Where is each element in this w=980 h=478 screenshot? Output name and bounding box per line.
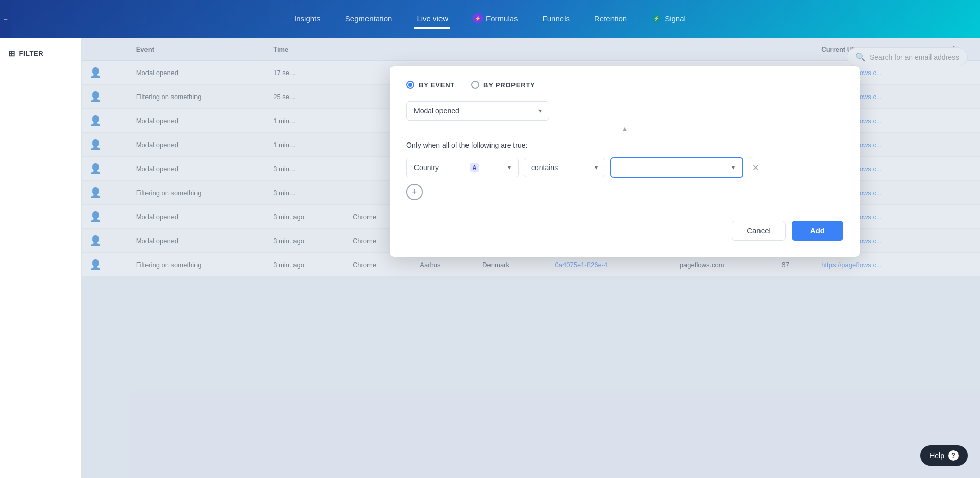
filter-button[interactable]: ⊞ FILTER: [8, 49, 43, 58]
field-select-label: Country: [414, 163, 439, 172]
value-input-chevron: ▾: [732, 164, 735, 171]
tab-segmentation[interactable]: Segmentation: [343, 10, 395, 29]
filter-condition-row: Country A ▾ contains ▾ ▾ ✕: [406, 157, 843, 178]
tab-formulas[interactable]: ⚡ Formulas: [471, 9, 520, 29]
condition-label: Only when all of the following are true:: [406, 141, 843, 149]
by-property-label: BY PROPERTY: [483, 81, 535, 89]
help-button[interactable]: Help ?: [920, 445, 968, 466]
tab-funnels[interactable]: Funnels: [541, 10, 572, 29]
formulas-badge: ⚡: [473, 13, 483, 23]
help-label: Help: [929, 451, 944, 460]
tab-liveview[interactable]: Live view: [414, 10, 450, 29]
filter-label: FILTER: [19, 50, 44, 57]
text-cursor: [619, 163, 619, 172]
tab-insights[interactable]: Insights: [292, 10, 323, 29]
by-property-radio-dot: [471, 81, 479, 89]
tab-retention[interactable]: Retention: [592, 10, 629, 29]
top-navigation-bar: → Insights Segmentation Live view ⚡ Form…: [0, 0, 980, 38]
sidebar-toggle[interactable]: →: [0, 0, 11, 38]
field-select-chevron: ▾: [508, 164, 511, 171]
plus-icon: +: [412, 187, 418, 198]
tab-signal[interactable]: ⚡ Signal: [649, 9, 688, 29]
cancel-button[interactable]: Cancel: [732, 221, 786, 241]
content-area: ⊞ FILTER 🔍 Event Time: [0, 38, 980, 478]
filter-type-row: BY EVENT BY PROPERTY: [406, 81, 843, 89]
operator-select[interactable]: contains ▾: [524, 158, 605, 177]
filter-icon: ⊞: [8, 49, 15, 58]
scroll-indicator: ▲: [406, 125, 843, 133]
event-select-chevron: ▾: [538, 107, 542, 114]
modal-footer: Cancel Add: [406, 221, 843, 241]
event-select[interactable]: Modal opened ▾: [406, 101, 549, 121]
main-table-area: 🔍 Event Time Curre: [82, 38, 980, 478]
add-condition-button[interactable]: +: [406, 184, 423, 200]
scroll-arrow-icon: ▲: [621, 125, 628, 133]
by-event-label: BY EVENT: [419, 81, 455, 89]
signal-badge: ⚡: [651, 13, 662, 23]
add-button[interactable]: Add: [792, 221, 843, 241]
remove-condition-button[interactable]: ✕: [748, 160, 763, 175]
field-select[interactable]: Country A ▾: [406, 158, 519, 177]
help-icon: ?: [948, 450, 959, 461]
operator-label: contains: [531, 163, 558, 172]
field-type-badge: A: [470, 163, 480, 172]
operator-chevron: ▾: [595, 164, 598, 171]
by-event-radio-label[interactable]: BY EVENT: [406, 81, 455, 89]
event-select-value: Modal opened: [414, 107, 459, 115]
value-input[interactable]: ▾: [610, 157, 743, 178]
nav-tabs: Insights Segmentation Live view ⚡ Formul…: [292, 9, 688, 29]
by-event-radio-dot: [406, 81, 414, 89]
filter-sidebar: ⊞ FILTER: [0, 38, 82, 478]
filter-modal: BY EVENT BY PROPERTY Modal opened ▾ ▲ On…: [390, 66, 860, 257]
by-property-radio-label[interactable]: BY PROPERTY: [471, 81, 535, 89]
event-select-container: Modal opened ▾: [406, 101, 843, 121]
